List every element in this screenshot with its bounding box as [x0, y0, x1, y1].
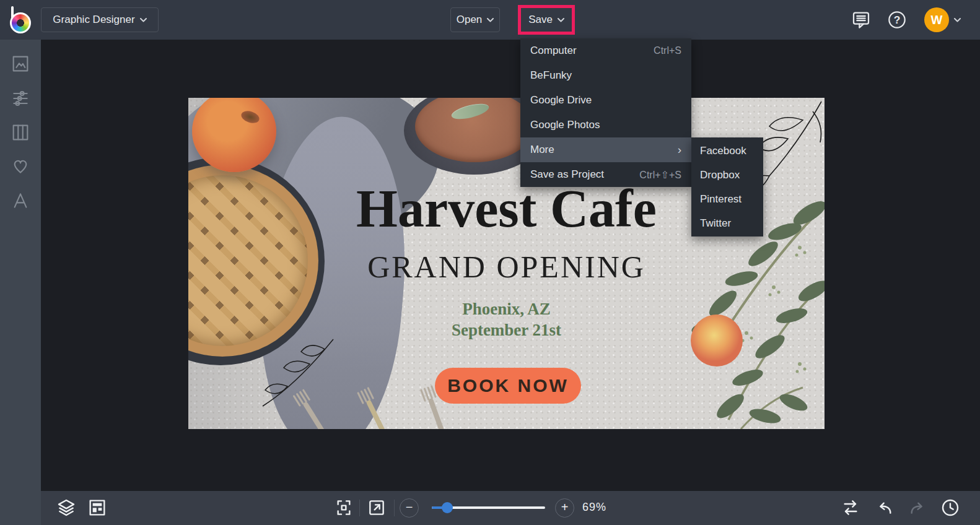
design-location-text[interactable]: Phoenix, AZ [188, 300, 825, 319]
history-icon[interactable] [940, 498, 960, 518]
export-view-icon[interactable] [367, 498, 387, 518]
chevron-down-icon [558, 18, 564, 22]
design-subtitle-text[interactable]: GRAND OPENING [188, 249, 825, 285]
share-submenu: Facebook Dropbox Pinterest Twitter [691, 137, 763, 236]
help-glyph: ? [894, 14, 901, 26]
bottom-toolbar: − + 69% [41, 491, 980, 525]
save-button[interactable]: Save [524, 7, 569, 32]
menu-item-befunky[interactable]: BeFunky [520, 63, 691, 88]
mode-selector-label: Graphic Designer [53, 14, 134, 26]
redo-icon[interactable] [908, 498, 927, 518]
zoom-slider-thumb[interactable] [442, 502, 453, 513]
tools-sidebar [0, 40, 41, 525]
avatar-initial: W [931, 13, 943, 27]
layers-icon[interactable] [56, 498, 76, 518]
divider [394, 500, 395, 516]
graphics-heart-icon[interactable] [11, 156, 30, 176]
menu-item-more[interactable]: More › [520, 137, 691, 162]
compare-icon[interactable] [841, 498, 860, 518]
feedback-icon[interactable] [851, 10, 871, 30]
account-chevron-down-icon[interactable] [954, 18, 961, 22]
book-now-button[interactable]: BOOK NOW [435, 368, 581, 404]
fit-screen-icon[interactable] [334, 498, 354, 518]
apple-stem-dimple [240, 109, 261, 125]
submenu-item-pinterest[interactable]: Pinterest [691, 187, 763, 211]
text-tool-icon[interactable] [11, 191, 30, 210]
divider [359, 500, 360, 516]
help-icon[interactable]: ? [887, 10, 907, 30]
top-toolbar: Graphic Designer Open Save ? W [0, 0, 980, 40]
undo-icon[interactable] [875, 498, 895, 518]
zoom-in-button[interactable]: + [555, 498, 574, 518]
menu-item-save-as-project[interactable]: Save as Project Ctrl+⇧+S [520, 162, 691, 187]
zoom-out-button[interactable]: − [400, 498, 419, 518]
zoom-percent-label: 69% [582, 501, 606, 514]
chevron-down-icon [487, 18, 494, 22]
save-button-label: Save [528, 14, 553, 26]
submenu-item-twitter[interactable]: Twitter [691, 211, 763, 235]
template-manager-icon[interactable] [87, 498, 107, 518]
layout-columns-icon[interactable] [11, 123, 30, 142]
logo-color-wheel [10, 12, 31, 33]
open-button[interactable]: Open [450, 7, 500, 32]
workspace: Harvest Cafe GRAND OPENING Phoenix, AZ S… [41, 40, 980, 491]
open-button-label: Open [457, 14, 483, 26]
chevron-down-icon [140, 18, 147, 22]
save-menu: Computer Ctrl+S BeFunky Google Drive Goo… [520, 38, 691, 187]
mode-selector-button[interactable]: Graphic Designer [41, 7, 159, 32]
menu-item-computer[interactable]: Computer Ctrl+S [520, 38, 691, 63]
avatar[interactable]: W [924, 7, 949, 32]
menu-item-google-drive[interactable]: Google Drive [520, 88, 691, 113]
submenu-item-dropbox[interactable]: Dropbox [691, 163, 763, 187]
adjust-sliders-icon[interactable] [11, 89, 30, 108]
image-manager-icon[interactable] [11, 54, 30, 74]
menu-item-google-photos[interactable]: Google Photos [520, 113, 691, 137]
submenu-arrow-icon: › [678, 143, 681, 157]
design-date-text[interactable]: September 21st [188, 321, 825, 340]
befunky-logo[interactable] [8, 5, 34, 35]
submenu-item-facebook[interactable]: Facebook [691, 139, 763, 163]
